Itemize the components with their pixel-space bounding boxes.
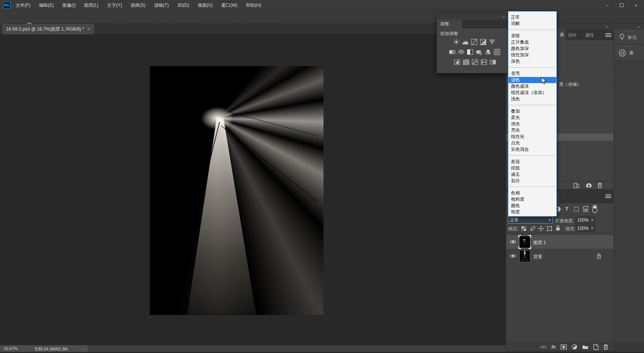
lock-artboard-icon[interactable] — [547, 226, 552, 231]
menu-filter[interactable]: 滤镜(T) — [154, 2, 168, 9]
tab-actions[interactable]: 动作 — [568, 32, 577, 38]
exposure-icon[interactable] — [480, 39, 486, 45]
panel-resize-grip[interactable] — [466, 72, 477, 72]
menu-select[interactable]: 选择(S) — [130, 2, 145, 9]
menu-edit[interactable]: 编辑(E) — [39, 2, 54, 9]
blend-mode-select[interactable]: 正常 — [508, 216, 553, 224]
blend-option-color-dodge[interactable]: 颜色减淡 — [508, 83, 556, 90]
learn-panel-button[interactable]: 学习 — [614, 29, 644, 44]
fill-chevron[interactable] — [589, 225, 595, 232]
blend-option-color[interactable]: 颜色 — [508, 203, 556, 209]
lock-position-icon[interactable] — [538, 226, 544, 231]
blend-option-luminosity[interactable]: 明度 — [508, 209, 556, 215]
blend-option-dissolve[interactable]: 溶解 — [508, 21, 556, 27]
delete-layer-trash-icon[interactable] — [603, 344, 608, 350]
photoshop-logo[interactable]: Ps — [3, 1, 10, 9]
layer-row-1[interactable]: 图层 1 — [506, 235, 613, 249]
blend-option-color-burn[interactable]: 颜色加深 — [508, 46, 556, 52]
blend-option-normal[interactable]: 正常 — [508, 14, 556, 21]
lock-transparency-icon[interactable] — [521, 226, 526, 231]
link-layers-icon[interactable] — [540, 345, 546, 349]
hue-saturation-icon[interactable] — [449, 49, 455, 55]
layer-opacity-field[interactable]: 100% — [575, 216, 589, 224]
color-lookup-icon[interactable] — [494, 49, 500, 55]
libraries-panel-button[interactable]: 库 — [614, 45, 644, 60]
threshold-icon[interactable] — [472, 59, 478, 65]
new-layer-icon[interactable] — [593, 344, 599, 350]
curves-icon[interactable] — [471, 39, 477, 45]
filter-type-icon[interactable]: T — [565, 206, 568, 212]
blend-option-hue[interactable]: 色相 — [508, 190, 556, 196]
delete-history-trash-icon[interactable] — [597, 182, 602, 188]
zoom-level[interactable]: 16.67% — [4, 346, 18, 351]
tab-adjustments[interactable]: 调整 — [437, 20, 462, 28]
background-layer-name[interactable]: 背景 — [533, 254, 542, 260]
adjustments-panel-header[interactable]: « — [437, 14, 508, 20]
visibility-eye-icon[interactable] — [510, 254, 516, 258]
layer-effects-fx-icon[interactable]: fx — [551, 344, 556, 350]
dock-expand-icon[interactable]: » — [606, 25, 608, 29]
panel-menu-icon[interactable] — [605, 33, 611, 37]
blend-option-vivid-light[interactable]: 亮光 — [508, 127, 556, 134]
menu-help[interactable]: 帮助(H) — [246, 2, 261, 9]
menu-image[interactable]: 图像(I) — [62, 2, 75, 9]
blend-option-lighten[interactable]: 变亮 — [508, 71, 556, 77]
menu-window[interactable]: 窗口(W) — [221, 2, 237, 9]
lock-pixels-brush-icon[interactable] — [530, 226, 536, 231]
blend-option-lighter-color[interactable]: 浅色 — [508, 96, 556, 102]
blend-option-linear-light[interactable]: 线性光 — [508, 134, 556, 140]
status-expand-chevron[interactable]: › — [84, 346, 86, 351]
blend-option-darken[interactable]: 变暗 — [508, 33, 556, 39]
document-tab[interactable]: 16-58-2.psd @ 16.7%(图层 1, RGB/8) * × — [2, 24, 94, 34]
levels-icon[interactable] — [462, 39, 468, 45]
blend-option-difference[interactable]: 差值 — [508, 159, 556, 165]
selective-color-icon[interactable] — [481, 59, 487, 65]
document-tab-close-icon[interactable]: × — [88, 26, 90, 32]
rail-collapse-icon[interactable]: « — [638, 25, 640, 29]
blend-option-divide[interactable]: 划分 — [508, 178, 556, 184]
blend-option-pin-light[interactable]: 点光 — [508, 140, 556, 146]
blend-option-multiply[interactable]: 正片叠底 — [508, 39, 556, 46]
blend-option-subtract[interactable]: 减去 — [508, 171, 556, 178]
new-document-from-state-icon[interactable] — [574, 183, 579, 188]
new-snapshot-camera-icon[interactable] — [586, 183, 592, 188]
menu-type[interactable]: 文字(Y) — [107, 2, 122, 9]
menu-view[interactable]: 视图(V) — [198, 2, 213, 9]
photo-filter-icon[interactable] — [476, 49, 482, 55]
blend-option-darker-color[interactable]: 深色 — [508, 58, 556, 65]
filter-toggle-switch[interactable] — [592, 204, 598, 213]
blend-option-saturation[interactable]: 饱和度 — [508, 196, 556, 203]
blend-option-soft-light[interactable]: 柔光 — [508, 115, 556, 121]
fill-field[interactable]: 100% — [575, 225, 589, 232]
invert-icon[interactable] — [454, 59, 460, 65]
brightness-contrast-icon[interactable] — [453, 39, 460, 45]
posterize-icon[interactable] — [463, 59, 469, 65]
blend-option-linear-dodge[interactable]: 线性减淡（添加） — [508, 90, 556, 96]
add-layer-mask-icon[interactable] — [561, 344, 567, 350]
blend-option-hard-light[interactable]: 强光 — [508, 121, 556, 127]
blend-option-overlay[interactable]: 叠加 — [508, 108, 556, 115]
blend-option-hard-mix[interactable]: 实色混合 — [508, 146, 556, 153]
blend-option-exclusion[interactable]: 排除 — [508, 165, 556, 171]
canvas-area[interactable] — [0, 34, 506, 345]
background-thumbnail[interactable] — [520, 250, 530, 262]
visibility-eye-icon[interactable] — [510, 240, 516, 244]
blend-option-screen-selected[interactable]: 滤色 — [508, 77, 556, 83]
maximize-button[interactable] — [615, 0, 629, 10]
new-group-folder-icon[interactable] — [582, 344, 588, 349]
gradient-map-icon[interactable] — [490, 59, 496, 65]
menu-3d[interactable]: 3D(D) — [177, 3, 189, 8]
minimize-button[interactable]: − — [600, 0, 615, 10]
blend-option-linear-burn[interactable]: 线性加深 — [508, 52, 556, 58]
vibrance-icon[interactable] — [489, 39, 495, 45]
black-white-icon[interactable] — [467, 49, 473, 55]
layer-row-background[interactable]: 背景 — [506, 249, 613, 263]
lock-all-icon[interactable] — [556, 225, 560, 231]
new-adjustment-layer-icon[interactable] — [572, 344, 577, 350]
channel-mixer-icon[interactable] — [485, 49, 491, 55]
color-balance-icon[interactable] — [458, 49, 464, 55]
layer-opacity-chevron[interactable] — [589, 216, 595, 224]
layer1-name[interactable]: 图层 1 — [533, 240, 546, 246]
panel-collapse-icon[interactable]: « — [503, 15, 505, 19]
layers-panel-menu-icon[interactable] — [605, 194, 611, 198]
